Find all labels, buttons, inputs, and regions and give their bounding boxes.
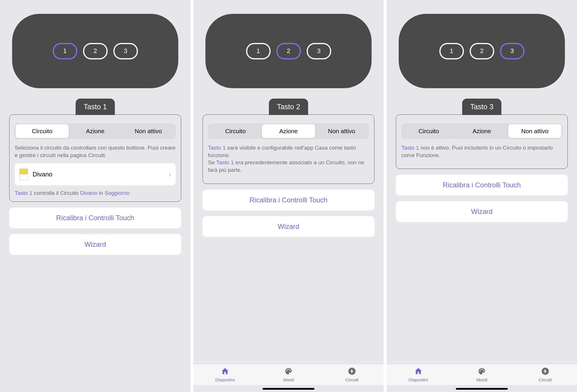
home-indicator [456, 388, 508, 390]
circuit-row[interactable]: Divano › [15, 163, 176, 185]
bolt-icon [541, 367, 550, 376]
segmented-control: Circuito Azione Non attivo [208, 123, 369, 139]
segmented-control: Circuito Azione Non attivo [15, 123, 176, 139]
recalibrate-button[interactable]: Ricalibra i Controlli Touch [203, 190, 374, 210]
device-button-2[interactable]: 2 [470, 43, 494, 59]
seg-non-attivo[interactable]: Non attivo [508, 124, 561, 138]
palette-icon [284, 367, 293, 376]
tab-dispositivi[interactable]: Dispositivi [387, 367, 450, 382]
footnote-text: Tasto 1 controlla il Circuito Divano in … [15, 190, 176, 196]
palette-icon [477, 367, 486, 376]
circuit-name: Divano [33, 171, 164, 178]
device-selector-panel: 1 2 3 [399, 14, 565, 88]
bolt-icon [347, 367, 357, 376]
device-selector-panel: 1 2 3 [205, 14, 372, 88]
device-button-2[interactable]: 2 [83, 43, 108, 59]
seg-circuito[interactable]: Circuito [16, 124, 69, 138]
device-selector-panel: 1 2 3 [12, 14, 178, 88]
device-button-3[interactable]: 3 [500, 43, 524, 59]
config-card: Circuito Azione Non attivo Tasto 1 sarà … [203, 114, 374, 184]
seg-non-attivo[interactable]: Non attivo [122, 124, 175, 138]
tab-circuiti[interactable]: Circuiti [320, 367, 384, 382]
screen-tasto-1: 1 2 3 Tasto 1 Circuito Azione Non attivo… [0, 0, 190, 392]
wizard-button[interactable]: Wizard [9, 234, 181, 255]
tab-mood[interactable]: Mood [450, 367, 514, 382]
seg-azione[interactable]: Azione [262, 124, 315, 138]
chevron-right-icon: › [169, 170, 171, 178]
seg-circuito[interactable]: Circuito [402, 124, 455, 138]
segmented-control: Circuito Azione Non attivo [401, 123, 562, 139]
wizard-button[interactable]: Wizard [396, 201, 568, 222]
circuit-color-swatch-icon [19, 169, 28, 180]
home-icon [220, 367, 230, 376]
seg-non-attivo[interactable]: Non attivo [315, 124, 368, 138]
recalibrate-button[interactable]: Ricalibra i Controlli Touch [9, 208, 181, 228]
section-title: Tasto 1 [76, 99, 115, 115]
seg-azione[interactable]: Azione [69, 124, 122, 138]
home-indicator [263, 388, 314, 390]
screen-tasto-2: 1 2 3 Tasto 2 Circuito Azione Non attivo… [193, 0, 384, 392]
wizard-button[interactable]: Wizard [203, 216, 374, 237]
description-text: Tasto 1 sarà visibile e configurabile ne… [208, 144, 369, 174]
recalibrate-button[interactable]: Ricalibra i Controlli Touch [396, 175, 568, 195]
seg-azione[interactable]: Azione [455, 124, 508, 138]
tab-circuiti[interactable]: Circuiti [514, 367, 577, 382]
section-title: Tasto 2 [269, 99, 308, 115]
screen-tasto-3: 1 2 3 Tasto 3 Circuito Azione Non attivo… [387, 0, 577, 392]
tab-bar: Dispositivi Mood Circuiti [193, 364, 384, 385]
config-card: Circuito Azione Non attivo Seleziona il … [9, 114, 181, 202]
description-text: Seleziona il circuito da controllare con… [15, 144, 176, 159]
description-text: Tasto 1 non è attivo. Puoi includerlo in… [401, 144, 562, 159]
device-button-2[interactable]: 2 [276, 43, 301, 59]
device-button-1[interactable]: 1 [439, 43, 464, 59]
section-title: Tasto 3 [462, 99, 502, 115]
home-icon [414, 367, 423, 376]
tab-dispositivi[interactable]: Dispositivi [193, 367, 257, 382]
tab-mood[interactable]: Mood [257, 367, 320, 382]
device-button-1[interactable]: 1 [53, 43, 77, 59]
config-card: Circuito Azione Non attivo Tasto 1 non è… [396, 114, 568, 169]
tab-bar: Dispositivi Mood Circuiti [387, 364, 577, 385]
device-button-1[interactable]: 1 [246, 43, 271, 59]
device-button-3[interactable]: 3 [113, 43, 138, 59]
device-button-3[interactable]: 3 [307, 43, 331, 59]
seg-circuito[interactable]: Circuito [209, 124, 262, 138]
